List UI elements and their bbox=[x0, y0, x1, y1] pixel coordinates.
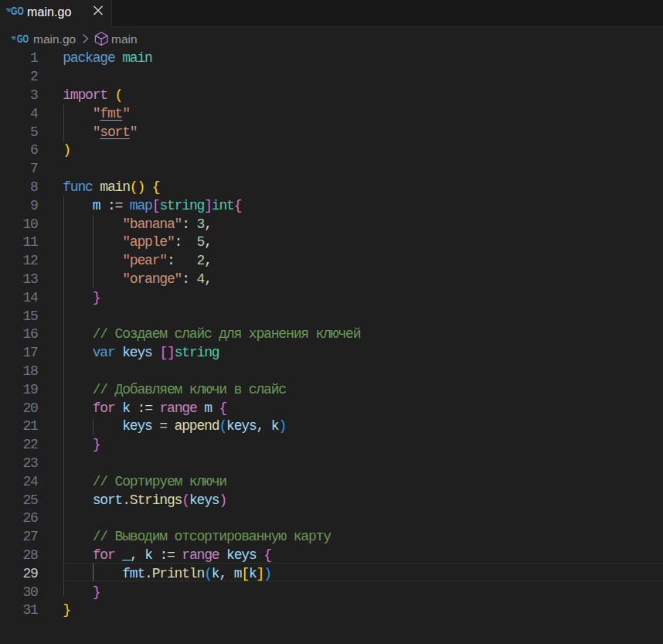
svg-text:GO: GO bbox=[11, 5, 24, 17]
svg-text:GO: GO bbox=[17, 33, 29, 45]
